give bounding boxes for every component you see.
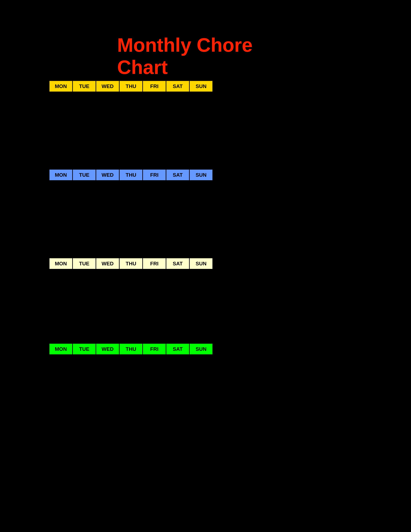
week4-fri: FRI <box>143 343 166 355</box>
page-title: Monthly Chore Chart <box>117 44 299 68</box>
week2-sun: SUN <box>189 169 213 180</box>
week3-thu: THU <box>119 258 143 269</box>
week4-tue: TUE <box>73 343 96 355</box>
week3-row: MON TUE WED THU FRI SAT SUN <box>49 258 213 269</box>
week4-sun: SUN <box>189 343 213 355</box>
week4-mon: MON <box>49 343 73 355</box>
week4-sat: SAT <box>166 343 189 355</box>
week2-sat: SAT <box>166 169 189 180</box>
week2-mon: MON <box>49 169 73 180</box>
week2-wed: WED <box>96 169 119 180</box>
week4-days: MON TUE WED THU FRI SAT SUN <box>49 343 213 355</box>
week1-mon: MON <box>49 81 73 92</box>
week1-tue: TUE <box>73 81 96 92</box>
week2-thu: THU <box>119 169 143 180</box>
week4-thu: THU <box>119 343 143 355</box>
week4-row: MON TUE WED THU FRI SAT SUN <box>49 343 213 355</box>
week3-days: MON TUE WED THU FRI SAT SUN <box>49 258 213 269</box>
week2-days: MON TUE WED THU FRI SAT SUN <box>49 169 213 180</box>
week3-tue: TUE <box>73 258 96 269</box>
week2-row: MON TUE WED THU FRI SAT SUN <box>49 169 213 180</box>
week1-wed: WED <box>96 81 119 92</box>
week1-sun: SUN <box>189 81 213 92</box>
week2-tue: TUE <box>73 169 96 180</box>
week4-wed: WED <box>96 343 119 355</box>
week1-fri: FRI <box>143 81 166 92</box>
week3-fri: FRI <box>143 258 166 269</box>
week1-sat: SAT <box>166 81 189 92</box>
week3-wed: WED <box>96 258 119 269</box>
week3-mon: MON <box>49 258 73 269</box>
week3-sat: SAT <box>166 258 189 269</box>
week1-days: MON TUE WED THU FRI SAT SUN <box>49 81 213 92</box>
week3-sun: SUN <box>189 258 213 269</box>
week1-thu: THU <box>119 81 143 92</box>
week1-row: MON TUE WED THU FRI SAT SUN <box>49 81 213 92</box>
week2-fri: FRI <box>143 169 166 180</box>
